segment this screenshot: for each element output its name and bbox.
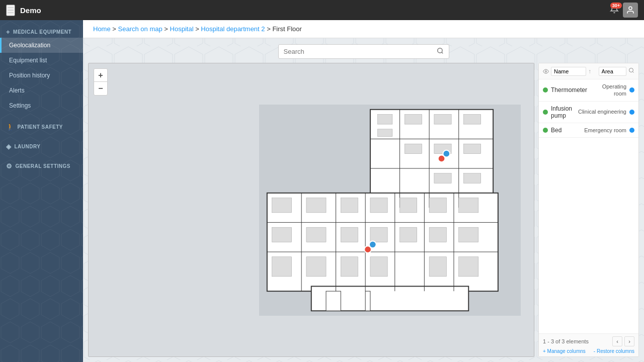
svg-rect-44 <box>399 227 417 242</box>
status-dot-infusion <box>543 110 548 115</box>
sidebar-section-medical: + MEDICAL EQUIPMENT Geolocalization Equi… <box>0 20 83 115</box>
svg-rect-40 <box>370 198 387 212</box>
sort-icon[interactable]: ↑ <box>588 68 591 75</box>
list-item[interactable]: Bed Emergency room <box>539 123 638 138</box>
status-dot-bed <box>543 128 548 133</box>
breadcrumb-department[interactable]: Hospital department 2 <box>201 25 265 33</box>
svg-point-58 <box>629 68 633 72</box>
svg-rect-33 <box>272 256 291 276</box>
breadcrumb-home[interactable]: Home <box>93 25 111 33</box>
search-box <box>278 44 449 59</box>
sidebar-item-position-history[interactable]: Position history <box>0 68 83 83</box>
device-name-thermometer: Thermometer <box>551 86 587 94</box>
svg-rect-41 <box>370 227 387 242</box>
name-filter-input[interactable] <box>551 67 586 76</box>
panel-footer: 1 - 3 of 3 elements ‹ › + Manage columns… <box>539 333 638 356</box>
svg-line-4 <box>441 52 443 54</box>
topbar-left: ☰ Demo <box>6 5 41 16</box>
svg-rect-22 <box>377 129 392 136</box>
breadcrumb-floor: First Floor <box>272 25 302 33</box>
status-dot2-thermometer <box>629 87 634 93</box>
right-panel: ↑ Thermometer Operati <box>538 63 639 357</box>
sidebar-section-laundry-title[interactable]: ◈ LAUNDRY <box>0 140 83 152</box>
prev-page-button[interactable]: ‹ <box>612 336 622 346</box>
search-button[interactable] <box>437 47 444 56</box>
area-name-thermometer: Operating room <box>590 83 626 98</box>
svg-rect-28 <box>463 144 480 154</box>
sidebar-section-patient-title[interactable]: 🚶 PATIENT SAFETY <box>0 120 83 133</box>
svg-rect-23 <box>405 114 422 124</box>
pagination-row: 1 - 3 of 3 elements ‹ › <box>543 336 634 346</box>
list-item[interactable]: Thermometer Operating room <box>539 79 638 102</box>
panel-col-area <box>599 66 634 76</box>
svg-point-57 <box>545 70 547 72</box>
map-controls: + − <box>94 68 108 96</box>
panel-col-name: ↑ <box>543 67 597 76</box>
svg-rect-55 <box>326 291 341 311</box>
svg-rect-21 <box>377 114 392 124</box>
svg-rect-25 <box>463 114 480 124</box>
svg-rect-29 <box>434 173 451 183</box>
sidebar-section-general-title[interactable]: ⚙ GENERAL SETTINGS <box>0 159 83 172</box>
search-input[interactable] <box>284 48 434 55</box>
svg-point-52 <box>369 241 376 248</box>
svg-rect-56 <box>365 291 370 311</box>
status-dot2-infusion <box>629 110 634 115</box>
status-dot2-bed <box>629 128 634 133</box>
svg-rect-38 <box>341 227 358 242</box>
sidebar-section-general: ⚙ GENERAL SETTINGS <box>0 154 83 174</box>
sidebar-section-laundry: ◈ LAUNDRY <box>0 135 83 154</box>
breadcrumb: Home > Search on map > Hospital > Hospit… <box>83 20 644 38</box>
area-search-icon <box>628 67 634 73</box>
notifications-button[interactable]: 30+ <box>610 5 619 16</box>
map-container: + − <box>88 63 534 357</box>
svg-rect-46 <box>429 227 446 242</box>
panel-header: ↑ <box>539 63 638 79</box>
svg-rect-30 <box>463 173 480 183</box>
sidebar-item-equipment-list[interactable]: Equipment list <box>0 53 83 68</box>
device-name-bed: Bed <box>551 127 581 134</box>
svg-rect-50 <box>458 256 478 276</box>
area-name-bed: Emergency room <box>584 127 626 134</box>
medical-icon: + <box>6 28 10 36</box>
svg-point-3 <box>437 48 442 53</box>
main-layout: + MEDICAL EQUIPMENT Geolocalization Equi… <box>0 20 644 362</box>
svg-rect-42 <box>370 256 387 276</box>
restore-columns-button[interactable]: - Restore columns <box>594 348 634 354</box>
svg-point-0 <box>629 7 632 10</box>
menu-toggle-button[interactable]: ☰ <box>6 5 15 16</box>
svg-rect-32 <box>272 227 291 242</box>
svg-point-54 <box>443 150 450 157</box>
area-name-infusion: Clinical engineering <box>578 108 626 115</box>
user-avatar-button[interactable] <box>623 3 638 18</box>
pagination-info: 1 - 3 of 3 elements <box>543 338 589 344</box>
sidebar-section-patient: 🚶 PATIENT SAFETY <box>0 115 83 135</box>
sidebar-item-geolocalization[interactable]: Geolocalization <box>0 38 83 53</box>
notification-badge: 30+ <box>610 3 622 9</box>
next-page-button[interactable]: › <box>624 336 634 346</box>
status-dot-thermometer <box>543 87 548 93</box>
svg-rect-49 <box>458 227 478 242</box>
list-item[interactable]: Infusion pump Clinical engineering <box>539 102 638 123</box>
breadcrumb-hospital[interactable]: Hospital <box>170 25 194 33</box>
sidebar-item-settings[interactable]: Settings <box>0 98 83 113</box>
svg-rect-45 <box>429 198 446 212</box>
svg-rect-36 <box>306 256 326 276</box>
map-panel-wrapper: + − <box>83 63 644 362</box>
svg-rect-35 <box>306 227 326 242</box>
sidebar-item-alerts[interactable]: Alerts <box>0 83 83 98</box>
content-area: Home > Search on map > Hospital > Hospit… <box>83 20 644 362</box>
zoom-in-button[interactable]: + <box>94 69 107 82</box>
svg-rect-43 <box>399 198 417 212</box>
manage-columns-button[interactable]: + Manage columns <box>543 348 586 354</box>
topbar: ☰ Demo 30+ <box>0 0 644 20</box>
floor-plan-wrapper <box>259 105 521 316</box>
pagination-buttons: ‹ › <box>612 336 634 346</box>
columns-row: + Manage columns - Restore columns <box>543 348 634 354</box>
area-filter-input[interactable] <box>599 67 626 76</box>
app-title: Demo <box>20 6 41 15</box>
zoom-out-button[interactable]: − <box>94 82 107 95</box>
sidebar-section-medical-title: + MEDICAL EQUIPMENT <box>0 25 83 38</box>
device-name-infusion: Infusion pump <box>551 105 575 119</box>
breadcrumb-search-on-map[interactable]: Search on map <box>118 25 163 33</box>
